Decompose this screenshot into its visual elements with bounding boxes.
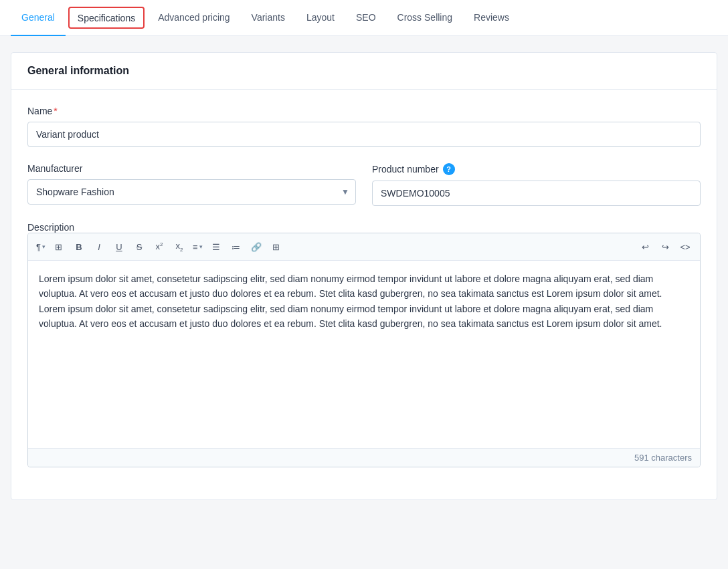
italic-button[interactable]: I <box>90 237 108 256</box>
card-body: Name* Manufacturer Shopware FashionOther… <box>11 90 717 499</box>
table-icon: ⊞ <box>272 242 280 252</box>
italic-icon: I <box>98 242 100 252</box>
undo-button[interactable]: ↩ <box>636 237 654 256</box>
description-editor: ¶ ▾ ⊞ B I U <box>27 233 701 467</box>
code-icon: <> <box>680 242 690 252</box>
manufacturer-form-group: Manufacturer Shopware FashionOther Brand… <box>27 163 356 205</box>
superscript-icon: x2 <box>156 241 163 251</box>
manufacturer-col: Manufacturer Shopware FashionOther Brand… <box>27 163 356 222</box>
subscript-button[interactable]: x2 <box>170 237 189 256</box>
strikethrough-button[interactable]: S <box>130 237 149 256</box>
manufacturer-select-wrapper: Shopware FashionOther Brand ▼ <box>27 179 356 205</box>
tab-layout[interactable]: Layout <box>296 0 345 36</box>
paragraph-chevron-icon: ▾ <box>42 243 46 250</box>
list-unordered-icon: ☰ <box>212 242 220 252</box>
paragraph-icon: ¶ <box>36 242 41 252</box>
link-button[interactable]: 🔗 <box>247 237 266 256</box>
list-unordered-button[interactable]: ☰ <box>207 237 225 256</box>
superscript-button[interactable]: x2 <box>150 237 169 256</box>
main-content: General information Name* Manufacturer S… <box>0 36 728 516</box>
name-input[interactable] <box>27 122 701 147</box>
underline-button[interactable]: U <box>110 237 128 256</box>
grid-icon: ⊞ <box>55 242 62 252</box>
strikethrough-icon: S <box>136 242 143 252</box>
manufacturer-select[interactable]: Shopware FashionOther Brand <box>27 179 356 205</box>
undo-icon: ↩ <box>642 242 649 252</box>
bold-button[interactable]: B <box>70 237 88 256</box>
manufacturer-productnumber-row: Manufacturer Shopware FashionOther Brand… <box>27 163 701 222</box>
name-label: Name* <box>27 106 701 116</box>
char-count: 591 characters <box>28 448 700 467</box>
card-title: General information <box>27 65 129 76</box>
link-icon: 🔗 <box>251 242 262 252</box>
help-icon[interactable]: ? <box>443 163 455 175</box>
align-icon: ≡ <box>193 242 198 252</box>
tab-bar: GeneralSpecificationsAdvanced pricingVar… <box>0 0 728 36</box>
product-number-form-group: Product number ? <box>372 163 701 206</box>
description-form-group: Description ¶ ▾ ⊞ B <box>27 222 701 467</box>
paragraph-dropdown[interactable]: ¶ ▾ <box>33 237 48 256</box>
list-ordered-button[interactable]: ≔ <box>227 237 246 256</box>
name-form-group: Name* <box>27 106 701 147</box>
redo-icon: ↪ <box>662 242 669 252</box>
tab-advanced-pricing[interactable]: Advanced pricing <box>147 0 240 36</box>
product-number-label-row: Product number ? <box>372 163 701 175</box>
card-header: General information <box>11 53 717 90</box>
align-dropdown[interactable]: ≡ ▾ <box>190 237 205 256</box>
redo-button[interactable]: ↪ <box>656 237 674 256</box>
list-ordered-icon: ≔ <box>232 242 240 252</box>
description-content-area[interactable]: Lorem ipsum dolor sit amet, consetetur s… <box>28 261 700 448</box>
name-required: * <box>54 106 57 116</box>
code-button[interactable]: <> <box>676 237 695 256</box>
align-chevron-icon: ▾ <box>199 243 203 250</box>
product-number-input[interactable] <box>372 181 701 206</box>
underline-icon: U <box>116 242 122 252</box>
description-label: Description <box>27 222 74 233</box>
tab-specifications[interactable]: Specifications <box>68 7 145 29</box>
format-group-button[interactable]: ⊞ <box>50 237 68 256</box>
product-number-label-text: Product number <box>372 164 439 175</box>
product-number-col: Product number ? <box>372 163 701 222</box>
tab-general[interactable]: General <box>11 0 66 36</box>
tab-variants[interactable]: Variants <box>241 0 296 36</box>
subscript-icon: x2 <box>176 241 183 253</box>
manufacturer-label: Manufacturer <box>27 163 356 174</box>
table-button[interactable]: ⊞ <box>267 237 286 256</box>
tab-cross-selling[interactable]: Cross Selling <box>387 0 463 36</box>
general-information-card: General information Name* Manufacturer S… <box>11 52 717 500</box>
bold-icon: B <box>76 242 82 252</box>
editor-toolbar: ¶ ▾ ⊞ B I U <box>28 233 700 261</box>
tab-reviews[interactable]: Reviews <box>463 0 520 36</box>
tab-seo[interactable]: SEO <box>345 0 387 36</box>
